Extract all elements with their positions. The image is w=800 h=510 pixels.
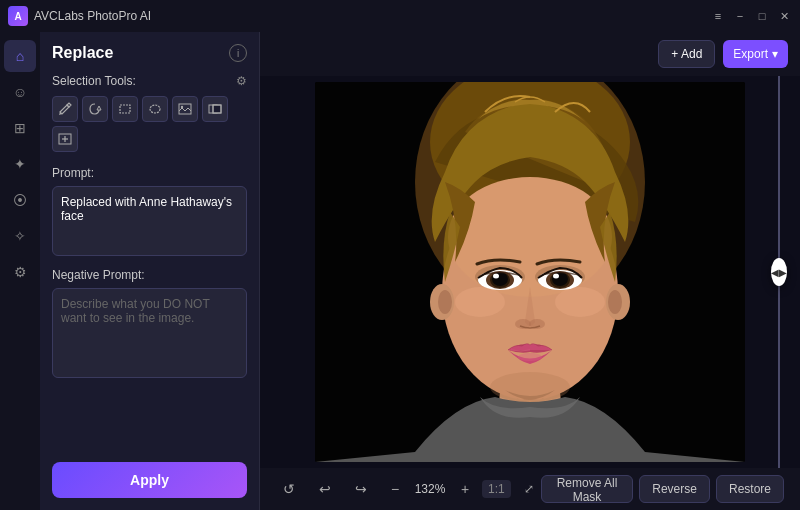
nav-settings[interactable]: ⚙ — [4, 256, 36, 288]
selection-tools-label: Selection Tools: ⚙ — [52, 74, 247, 88]
svg-rect-0 — [120, 105, 130, 113]
close-button[interactable]: ✕ — [776, 8, 792, 24]
face-svg — [315, 82, 745, 462]
export-chevron-icon: ▾ — [772, 47, 778, 61]
image-container: ◀▶ — [260, 76, 800, 468]
slider-handle[interactable]: ◀▶ — [771, 258, 787, 286]
prompt-label: Prompt: — [52, 166, 247, 180]
info-icon[interactable]: i — [229, 44, 247, 62]
icon-nav: ⌂ ☺ ⊞ ✦ ⦿ ✧ ⚙ — [0, 32, 40, 510]
expand-icon: ⤢ — [524, 482, 534, 496]
image-divider: ◀▶ — [778, 76, 780, 468]
selection-tools — [52, 96, 247, 152]
titlebar: A AVCLabs PhotoPro AI ≡ − □ ✕ — [0, 0, 800, 32]
redo-button[interactable]: ↪ — [348, 476, 374, 502]
panel-title: Replace — [52, 44, 113, 62]
svg-point-34 — [438, 290, 452, 314]
zoom-ratio-button[interactable]: 1:1 — [482, 480, 511, 498]
nav-eraser[interactable]: ✧ — [4, 220, 36, 252]
remove-mask-button[interactable]: Remove All Mask — [541, 475, 634, 503]
nav-face[interactable]: ☺ — [4, 76, 36, 108]
refresh-icon: ↺ — [283, 481, 295, 497]
zoom-controls: − 132% + 1:1 ⤢ — [384, 477, 541, 501]
svg-point-28 — [553, 274, 559, 279]
app-title: AVCLabs PhotoPro AI — [34, 9, 151, 23]
nav-puzzle[interactable]: ✦ — [4, 148, 36, 180]
image-tool-btn[interactable] — [172, 96, 198, 122]
svg-point-3 — [181, 106, 183, 108]
pen-tool-btn[interactable] — [52, 96, 78, 122]
add-button[interactable]: + Add — [658, 40, 715, 68]
rect-select-btn[interactable] — [112, 96, 138, 122]
svg-point-23 — [493, 274, 499, 279]
zoom-out-button[interactable]: − — [384, 478, 406, 500]
zoom-level: 132% — [412, 482, 448, 496]
restore-button[interactable]: Restore — [716, 475, 784, 503]
redo-icon: ↪ — [355, 481, 367, 497]
neg-prompt-input[interactable] — [52, 288, 247, 378]
bottom-left-controls: ↺ ↩ ↪ − 132% + 1:1 — [276, 476, 541, 502]
canvas-topbar: + Add Export ▾ — [260, 32, 800, 76]
bottom-toolbar: ↺ ↩ ↪ − 132% + 1:1 — [260, 468, 800, 510]
nav-grid[interactable]: ⊞ — [4, 112, 36, 144]
plus-icon: + — [461, 481, 469, 497]
minimize-button[interactable]: − — [732, 8, 748, 24]
left-panel: Replace i Selection Tools: ⚙ — [40, 32, 260, 510]
menu-icon[interactable]: ≡ — [710, 8, 726, 24]
canvas-area: + Add Export ▾ — [260, 32, 800, 510]
nav-home[interactable]: ⌂ — [4, 40, 36, 72]
titlebar-left: A AVCLabs PhotoPro AI — [8, 6, 151, 26]
svg-point-36 — [608, 290, 622, 314]
svg-point-1 — [150, 105, 160, 113]
svg-point-14 — [448, 177, 612, 297]
titlebar-controls: ≡ − □ ✕ — [710, 8, 792, 24]
refresh-button[interactable]: ↺ — [276, 476, 302, 502]
add-mask-btn[interactable] — [52, 126, 78, 152]
portrait-image — [315, 82, 745, 462]
export-button[interactable]: Export ▾ — [723, 40, 788, 68]
maximize-button[interactable]: □ — [754, 8, 770, 24]
svg-point-16 — [555, 287, 605, 317]
svg-rect-5 — [213, 105, 221, 113]
undo-button[interactable]: ↩ — [312, 476, 338, 502]
svg-point-15 — [455, 287, 505, 317]
ellipse-select-btn[interactable] — [142, 96, 168, 122]
prompt-input[interactable] — [52, 186, 247, 256]
bottom-right-controls: Remove All Mask Reverse Restore — [541, 475, 784, 503]
reverse-button[interactable]: Reverse — [639, 475, 710, 503]
apply-button[interactable]: Apply — [52, 462, 247, 498]
svg-point-31 — [518, 353, 542, 361]
expand-button[interactable]: ⤢ — [517, 477, 541, 501]
slider-arrows-icon: ◀▶ — [771, 267, 787, 278]
neg-prompt-label: Negative Prompt: — [52, 268, 247, 282]
nav-brush[interactable]: ⦿ — [4, 184, 36, 216]
subtract-tool-btn[interactable] — [202, 96, 228, 122]
zoom-in-button[interactable]: + — [454, 478, 476, 500]
panel-header: Replace i — [52, 44, 247, 62]
tools-gear-icon[interactable]: ⚙ — [236, 74, 247, 88]
minus-icon: − — [391, 481, 399, 497]
lasso-tool-btn[interactable] — [82, 96, 108, 122]
app-logo: A — [8, 6, 28, 26]
undo-icon: ↩ — [319, 481, 331, 497]
main-layout: ⌂ ☺ ⊞ ✦ ⦿ ✧ ⚙ Replace i Selection Tools:… — [0, 32, 800, 510]
